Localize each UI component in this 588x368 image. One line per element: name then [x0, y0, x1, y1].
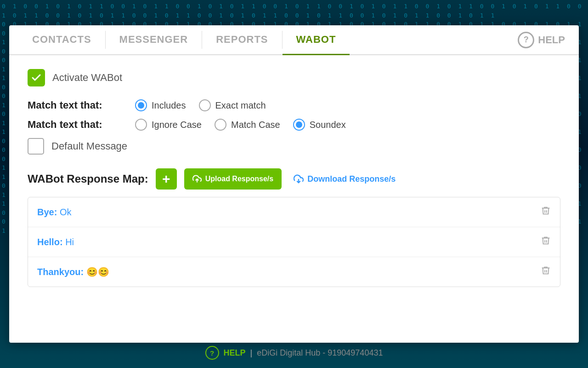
response-value-hello: Hi	[65, 237, 74, 247]
radio-exact-match[interactable]: Exact match	[199, 99, 266, 111]
footer-help-icon: ?	[205, 346, 219, 360]
response-value-bye: Ok	[60, 207, 72, 217]
response-key-hello: Hello:	[37, 237, 63, 247]
delete-bye-button[interactable]	[541, 206, 551, 218]
match-row-2: Match text that: Ignore Case Match Case …	[28, 119, 560, 131]
radio-includes-outer	[135, 99, 147, 111]
download-response-button[interactable]: Download Response/s	[289, 168, 400, 190]
radio-soundex-outer	[293, 119, 305, 131]
default-message-label: Default Message	[51, 140, 127, 152]
trash-icon-thankyou	[541, 265, 551, 276]
activate-wabot-row: Activate WABot	[28, 69, 560, 86]
footer-help-label: HELP	[224, 348, 246, 358]
response-item-hello: Hello: Hi	[28, 227, 560, 257]
radio-ignore-label: Ignore Case	[152, 120, 202, 130]
nav-tabs: CONTACTS MESSENGER REPORTS WABOT ? HELP	[9, 25, 579, 55]
response-item-hello-text: Hello: Hi	[37, 237, 74, 247]
activate-checkbox[interactable]	[28, 69, 45, 86]
activate-label: Activate WABot	[52, 72, 122, 84]
tab-wabot[interactable]: WABOT	[283, 25, 350, 55]
default-message-row: Default Message	[28, 138, 560, 155]
radio-includes-label: Includes	[152, 100, 186, 111]
radio-group-2: Ignore Case Match Case Soundex	[135, 119, 346, 131]
add-response-button[interactable]: +	[156, 168, 177, 190]
response-item-bye: Bye: Ok	[28, 197, 560, 227]
match-label-2: Match text that:	[28, 119, 124, 131]
response-map-header: WABot Response Map: + Upload Response/s	[28, 168, 560, 190]
response-key-thankyou: Thankyou:	[37, 267, 84, 277]
tab-contacts[interactable]: CONTACTS	[18, 25, 105, 55]
download-icon	[294, 174, 304, 184]
radio-ignore-case[interactable]: Ignore Case	[135, 119, 202, 131]
radio-soundex[interactable]: Soundex	[293, 119, 346, 131]
match-row-1: Match text that: Includes Exact match	[28, 99, 560, 111]
tab-messenger[interactable]: MESSENGER	[106, 25, 202, 55]
radio-match-case[interactable]: Match Case	[215, 119, 280, 131]
trash-icon	[541, 206, 551, 216]
delete-thankyou-button[interactable]	[541, 265, 551, 278]
help-circle-icon: ?	[518, 32, 534, 48]
help-tab[interactable]: ? HELP	[513, 25, 570, 54]
trash-icon-hello	[541, 236, 551, 246]
response-key-bye: Bye:	[37, 207, 57, 217]
radio-includes[interactable]: Includes	[135, 99, 186, 111]
tab-reports[interactable]: REPORTS	[202, 25, 282, 55]
radio-group-1: Includes Exact match	[135, 99, 266, 111]
radio-soundex-label: Soundex	[310, 120, 346, 130]
main-card: CONTACTS MESSENGER REPORTS WABOT ? HELP	[9, 25, 579, 343]
radio-soundex-inner	[296, 121, 302, 128]
response-value-thankyou: 😊😊	[86, 267, 109, 277]
upload-response-button[interactable]: Upload Response/s	[184, 168, 282, 190]
delete-hello-button[interactable]	[541, 236, 551, 248]
content-area: Activate WABot Match text that: Includes…	[9, 55, 579, 301]
match-label-1: Match text that:	[28, 99, 124, 111]
default-message-checkbox[interactable]	[28, 138, 44, 155]
footer-divider: |	[250, 348, 253, 358]
checkmark-icon	[31, 72, 42, 83]
radio-includes-inner	[138, 102, 144, 109]
response-map-title: WABot Response Map:	[28, 172, 148, 185]
response-list: Bye: Ok Hello: Hi	[28, 197, 560, 287]
footer: ? HELP | eDiGi Digital Hub - 91904974043…	[0, 346, 588, 360]
upload-icon	[192, 174, 202, 184]
radio-matchcase-label: Match Case	[231, 120, 280, 130]
radio-exact-label: Exact match	[215, 100, 266, 111]
response-item-bye-text: Bye: Ok	[37, 207, 71, 218]
footer-company: eDiGi Digital Hub - 919049740431	[257, 348, 383, 358]
radio-matchcase-outer	[215, 119, 226, 131]
response-item-thankyou: Thankyou: 😊😊	[28, 257, 560, 287]
response-item-thankyou-text: Thankyou: 😊😊	[37, 266, 109, 277]
radio-exact-outer	[199, 99, 211, 111]
radio-ignore-outer	[135, 119, 147, 131]
